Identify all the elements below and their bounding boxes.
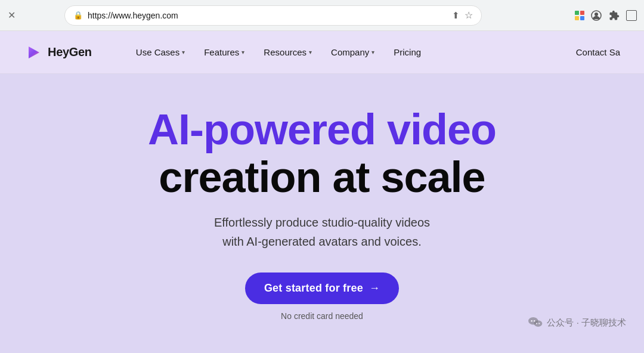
nav-links: Use Cases ▾ Features ▾ Resources ▾ Compa… <box>128 42 576 62</box>
no-credit-text: No credit card needed <box>281 311 363 321</box>
nav-company-label: Company <box>331 47 369 57</box>
nav-resources[interactable]: Resources ▾ <box>255 42 320 62</box>
hero-section: AI-powered video creation at scale Effor… <box>0 74 644 353</box>
nav-pricing[interactable]: Pricing <box>385 42 429 62</box>
google-apps-icon[interactable] <box>575 11 584 20</box>
new-tab-icon[interactable] <box>626 10 637 21</box>
website-content: HeyGen Use Cases ▾ Features ▾ Resources … <box>0 31 644 353</box>
nav-features[interactable]: Features ▾ <box>196 42 253 62</box>
browser-controls: ✕ <box>7 11 16 20</box>
resources-chevron-icon: ▾ <box>309 49 312 55</box>
hero-title: AI-powered video creation at scale <box>148 106 496 200</box>
nav-contact-label: Contact Sa <box>576 47 620 57</box>
close-button[interactable]: ✕ <box>7 11 16 20</box>
address-bar[interactable]: 🔒 https://www.heygen.com ⬆ ☆ <box>64 5 482 26</box>
cta-button-label: Get started for free <box>264 282 363 295</box>
nav-resources-label: Resources <box>264 47 306 57</box>
star-icon[interactable]: ☆ <box>465 10 473 21</box>
url-text: https://www.heygen.com <box>88 11 447 20</box>
nav-pricing-label: Pricing <box>394 47 421 57</box>
use-cases-chevron-icon: ▾ <box>182 49 185 55</box>
share-icon[interactable]: ⬆ <box>452 10 460 21</box>
logo-icon <box>24 43 43 62</box>
browser-right-icons <box>575 10 637 21</box>
nav-features-label: Features <box>204 47 239 57</box>
hero-subtitle-line1: Effortlessly produce studio-quality vide… <box>214 216 430 229</box>
logo-text: HeyGen <box>48 45 92 59</box>
nav-contact[interactable]: Contact Sa <box>576 47 620 57</box>
logo-area[interactable]: HeyGen <box>24 43 92 62</box>
hero-title-dark: creation at scale <box>159 153 485 201</box>
company-chevron-icon: ▾ <box>371 49 374 55</box>
browser-chrome: ✕ 🔒 https://www.heygen.com ⬆ ☆ <box>0 0 644 31</box>
hero-title-accent: AI-powered video <box>148 106 496 153</box>
nav-use-cases[interactable]: Use Cases ▾ <box>128 42 193 62</box>
hero-subtitle: Effortlessly produce studio-quality vide… <box>214 213 430 251</box>
nav-use-cases-label: Use Cases <box>136 47 179 57</box>
navbar: HeyGen Use Cases ▾ Features ▾ Resources … <box>0 31 644 74</box>
cta-arrow-icon: → <box>369 282 380 295</box>
puzzle-icon[interactable] <box>608 10 620 21</box>
cta-button[interactable]: Get started for free → <box>245 273 399 304</box>
nav-company[interactable]: Company ▾ <box>323 42 383 62</box>
lock-icon: 🔒 <box>73 11 83 20</box>
profile-icon[interactable] <box>590 10 602 21</box>
features-chevron-icon: ▾ <box>242 49 244 55</box>
hero-subtitle-line2: with AI-generated avatars and voices. <box>222 235 422 248</box>
svg-point-1 <box>595 13 598 16</box>
